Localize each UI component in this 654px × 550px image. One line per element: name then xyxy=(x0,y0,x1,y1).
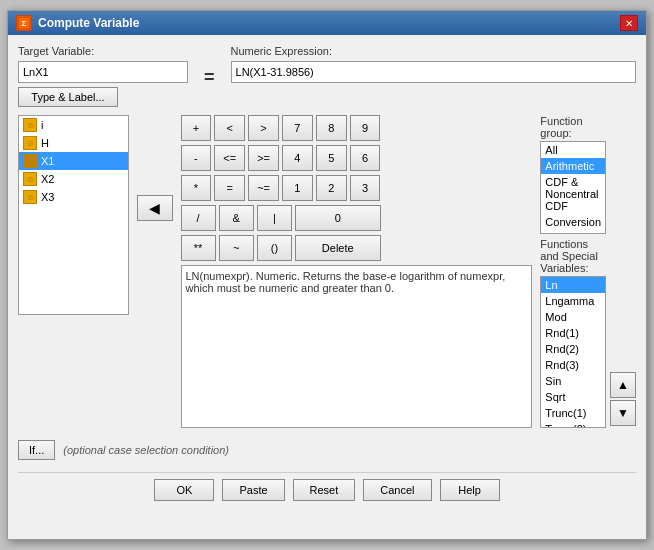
variable-name-x2: X2 xyxy=(41,173,54,185)
dialog-title: Compute Variable xyxy=(38,16,139,30)
calc-7[interactable]: 7 xyxy=(282,115,313,141)
calc-tilde[interactable]: ~ xyxy=(219,235,254,261)
calc-equals[interactable]: = xyxy=(214,175,245,201)
fv-sqrt[interactable]: Sqrt xyxy=(541,389,605,405)
fv-sin[interactable]: Sin xyxy=(541,373,605,389)
function-up-arrow[interactable]: ▲ xyxy=(610,372,636,398)
target-variable-section: Target Variable: Type & Label... xyxy=(18,45,188,107)
calc-or[interactable]: | xyxy=(257,205,292,231)
calc-and[interactable]: & xyxy=(219,205,254,231)
right-sections: Function group: All Arithmetic CDF & Non… xyxy=(540,115,636,428)
calc-minus[interactable]: - xyxy=(181,145,212,171)
close-button[interactable]: ✕ xyxy=(620,15,638,31)
variable-icon xyxy=(23,172,37,186)
calc-row-4: / & | 0 xyxy=(181,205,381,231)
variable-icon xyxy=(23,136,37,150)
numeric-expression-label: Numeric Expression: xyxy=(231,45,636,57)
calc-parens[interactable]: () xyxy=(257,235,292,261)
calc-divide[interactable]: / xyxy=(181,205,216,231)
calc-power[interactable]: ** xyxy=(181,235,216,261)
if-condition-text: (optional case selection condition) xyxy=(63,444,229,456)
type-label-button[interactable]: Type & Label... xyxy=(18,87,118,107)
function-group-list: All Arithmetic CDF & Noncentral CDF Conv… xyxy=(540,141,606,234)
calc-row-3: * = ~= 1 2 3 xyxy=(181,175,381,201)
help-button[interactable]: Help xyxy=(440,479,500,501)
calc-gt[interactable]: > xyxy=(248,115,279,141)
svg-text:Σ: Σ xyxy=(22,19,27,28)
calculator: + < > 7 8 9 - <= >= 4 5 6 xyxy=(181,115,381,261)
calc-delete[interactable]: Delete xyxy=(295,235,381,261)
calc-row-5: ** ~ () Delete xyxy=(181,235,381,261)
variable-name-i: i xyxy=(41,119,43,131)
calc-notequal[interactable]: ~= xyxy=(248,175,279,201)
dialog-icon: Σ xyxy=(16,15,32,31)
functions-special-label: Functions and Special Variables: xyxy=(540,238,606,274)
calc-5[interactable]: 5 xyxy=(316,145,347,171)
variable-item-x2[interactable]: X2 xyxy=(19,170,128,188)
variable-list-section: i H X1 X2 X3 xyxy=(18,115,129,428)
fg-current-datetime[interactable]: Current Date/Time xyxy=(541,230,605,234)
fg-all[interactable]: All xyxy=(541,142,605,158)
dialog-body: Target Variable: Type & Label... = Numer… xyxy=(8,35,646,539)
function-sections: Function group: All Arithmetic CDF & Non… xyxy=(540,115,606,428)
target-variable-label: Target Variable: xyxy=(18,45,188,57)
insert-arrow-button[interactable]: ◀ xyxy=(137,195,173,221)
function-group-label: Function group: xyxy=(540,115,606,139)
fg-cdf[interactable]: CDF & Noncentral CDF xyxy=(541,174,605,214)
calc-9[interactable]: 9 xyxy=(350,115,381,141)
variable-name-x3: X3 xyxy=(41,191,54,203)
variable-name-x1: X1 xyxy=(41,155,54,167)
calc-lte[interactable]: <= xyxy=(214,145,245,171)
if-section: If... (optional case selection condition… xyxy=(18,436,636,464)
compute-variable-dialog: Σ Compute Variable ✕ Target Variable: Ty… xyxy=(7,10,647,540)
calc-6[interactable]: 6 xyxy=(350,145,381,171)
calc-lt[interactable]: < xyxy=(214,115,245,141)
calc-0[interactable]: 0 xyxy=(295,205,381,231)
variable-icon xyxy=(23,118,37,132)
title-bar: Σ Compute Variable ✕ xyxy=(8,11,646,35)
fv-trunc1[interactable]: Trunc(1) xyxy=(541,405,605,421)
fv-trunc2[interactable]: Trunc(2) xyxy=(541,421,605,428)
calc-gte[interactable]: >= xyxy=(248,145,279,171)
cancel-button[interactable]: Cancel xyxy=(363,479,431,501)
function-down-arrow[interactable]: ▼ xyxy=(610,400,636,426)
fv-lngamma[interactable]: Lngamma xyxy=(541,293,605,309)
calc-3[interactable]: 3 xyxy=(350,175,381,201)
calc-1[interactable]: 1 xyxy=(282,175,313,201)
fg-arithmetic[interactable]: Arithmetic xyxy=(541,158,605,174)
functions-special-list: Ln Lngamma Mod Rnd(1) Rnd(2) Rnd(3) Sin … xyxy=(540,276,606,428)
reset-button[interactable]: Reset xyxy=(293,479,356,501)
numeric-expression-input[interactable] xyxy=(231,61,636,83)
fv-mod[interactable]: Mod xyxy=(541,309,605,325)
calc-8[interactable]: 8 xyxy=(316,115,347,141)
variable-list: i H X1 X2 X3 xyxy=(18,115,129,315)
calc-row-1: + < > 7 8 9 xyxy=(181,115,381,141)
bottom-buttons: OK Paste Reset Cancel Help xyxy=(18,472,636,507)
top-section: Target Variable: Type & Label... = Numer… xyxy=(18,45,636,107)
fg-conversion[interactable]: Conversion xyxy=(541,214,605,230)
functions-special-section: Functions and Special Variables: Ln Lnga… xyxy=(540,238,606,428)
description-box: LN(numexpr). Numeric. Returns the base-e… xyxy=(181,265,533,428)
ok-button[interactable]: OK xyxy=(154,479,214,501)
calc-multiply[interactable]: * xyxy=(181,175,212,201)
variable-item-x3[interactable]: X3 xyxy=(19,188,128,206)
variable-icon xyxy=(23,154,37,168)
fv-rnd1[interactable]: Rnd(1) xyxy=(541,325,605,341)
fv-ln[interactable]: Ln xyxy=(541,277,605,293)
fv-rnd3[interactable]: Rnd(3) xyxy=(541,357,605,373)
paste-button[interactable]: Paste xyxy=(222,479,284,501)
variable-item-i[interactable]: i xyxy=(19,116,128,134)
calc-2[interactable]: 2 xyxy=(316,175,347,201)
center-section: ◀ xyxy=(137,115,173,428)
numeric-expression-section: Numeric Expression: xyxy=(231,45,636,83)
fv-rnd2[interactable]: Rnd(2) xyxy=(541,341,605,357)
calc-row-2: - <= >= 4 5 6 xyxy=(181,145,381,171)
if-button[interactable]: If... xyxy=(18,440,55,460)
variable-item-h[interactable]: H xyxy=(19,134,128,152)
function-group-section: Function group: All Arithmetic CDF & Non… xyxy=(540,115,606,234)
middle-section: i H X1 X2 X3 xyxy=(18,115,636,428)
target-variable-input[interactable] xyxy=(18,61,188,83)
variable-item-x1[interactable]: X1 xyxy=(19,152,128,170)
calc-plus[interactable]: + xyxy=(181,115,212,141)
calc-4[interactable]: 4 xyxy=(282,145,313,171)
